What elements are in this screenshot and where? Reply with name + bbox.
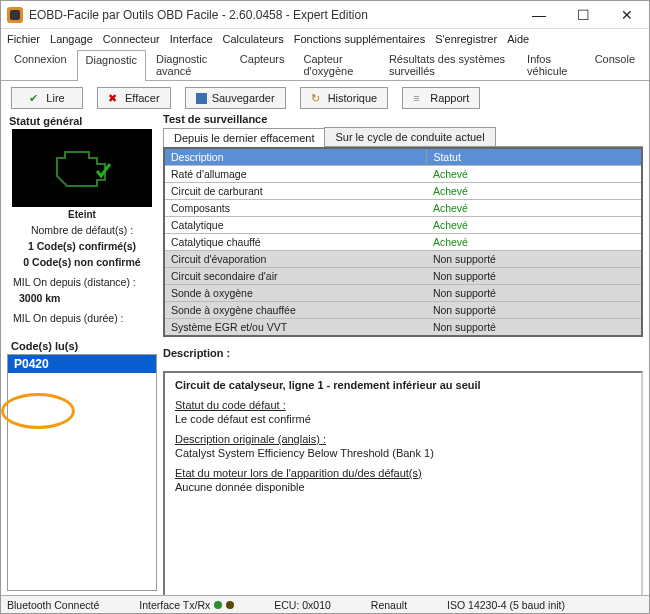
mil-distance-value: 3000 km <box>19 292 155 304</box>
engine-graphic <box>12 129 152 207</box>
title-bar: EOBD-Facile par Outils OBD Facile - 2.60… <box>1 1 649 29</box>
menu-interface[interactable]: Interface <box>170 33 213 45</box>
clear-button[interactable]: ✖Effacer <box>97 87 171 109</box>
tab-strip: ConnexionDiagnosticDiagnostic avancéCapt… <box>1 49 649 81</box>
menu-connecteur[interactable]: Connecteur <box>103 33 160 45</box>
table-row[interactable]: Circuit secondaire d'airNon supporté <box>164 268 642 285</box>
app-icon <box>7 7 23 23</box>
toolbar: ✔Lire ✖Effacer Sauvegarder ↻Historique ≡… <box>1 81 649 113</box>
col-status[interactable]: Statut <box>427 148 642 166</box>
subtab-1[interactable]: Sur le cycle de conduite actuel <box>324 127 495 146</box>
interface-status: Interface Tx/Rx <box>139 599 234 611</box>
menu-calculateurs[interactable]: Calculateurs <box>223 33 284 45</box>
table-row[interactable]: Raté d'allumageAchevé <box>164 166 642 183</box>
subtab-0[interactable]: Depuis le dernier effacement <box>163 128 325 147</box>
status-section-header: Statut du code défaut : <box>175 399 631 411</box>
minimize-button[interactable]: — <box>517 1 561 28</box>
tab-infos-v-hicule[interactable]: Infos véhicule <box>518 49 585 80</box>
description-label: Description : <box>163 347 643 359</box>
engine-state-section-header: Etat du moteur lors de l'apparition du/d… <box>175 467 631 479</box>
report-button[interactable]: ≡Rapport <box>402 87 480 109</box>
maximize-button[interactable]: ☐ <box>561 1 605 28</box>
x-icon: ✖ <box>108 92 120 104</box>
engine-state: Eteint <box>9 209 155 220</box>
codes-list[interactable]: P0420 <box>7 354 157 591</box>
surveillance-table: Description Statut Raté d'allumageAchevé… <box>163 147 643 337</box>
history-button[interactable]: ↻Historique <box>300 87 389 109</box>
menu-fonctions supplémentaires[interactable]: Fonctions supplémentaires <box>294 33 425 45</box>
report-icon: ≡ <box>413 92 425 104</box>
mil-time-label: MIL On depuis (durée) : <box>13 312 155 324</box>
description-box: Circuit de catalyseur, ligne 1 - rendeme… <box>163 371 643 601</box>
tab-capteurs[interactable]: Capteurs <box>231 49 294 80</box>
code-item[interactable]: P0420 <box>8 355 156 373</box>
menu-s'enregistrer[interactable]: S'enregistrer <box>435 33 497 45</box>
read-button[interactable]: ✔Lire <box>11 87 83 109</box>
tab-r-sultats-des-syst-mes-surveill-s[interactable]: Résultats des systèmes surveillés <box>380 49 517 80</box>
save-button[interactable]: Sauvegarder <box>185 87 286 109</box>
rx-indicator-icon <box>226 601 234 609</box>
tx-indicator-icon <box>214 601 222 609</box>
table-row[interactable]: CatalytiqueAchevé <box>164 217 642 234</box>
table-row[interactable]: Circuit d'évaporationNon supporté <box>164 251 642 268</box>
surveillance-header: Test de surveillance <box>163 113 643 125</box>
check-icon: ✔ <box>29 92 41 104</box>
table-row[interactable]: ComposantsAchevé <box>164 200 642 217</box>
menu-aide[interactable]: Aide <box>507 33 529 45</box>
ecu-address: ECU: 0x010 <box>274 599 331 611</box>
surveillance-subtabs: Depuis le dernier effacementSur le cycle… <box>163 127 643 147</box>
table-row[interactable]: Sonde à oxygèneNon supporté <box>164 285 642 302</box>
mil-distance-label: MIL On depuis (distance) : <box>13 276 155 288</box>
unconfirmed-codes: 0 Code(s) non confirmé <box>9 256 155 268</box>
left-panel: Statut général Eteint Nombre de défaut(s… <box>7 113 157 591</box>
col-description[interactable]: Description <box>164 148 427 166</box>
status-bar: Bluetooth Connecté Interface Tx/Rx ECU: … <box>1 595 649 613</box>
floppy-icon <box>196 93 207 104</box>
right-panel: Test de surveillance Depuis le dernier e… <box>163 113 643 591</box>
tab-capteur-d-oxyg-ne[interactable]: Capteur d'oxygène <box>294 49 378 80</box>
tab-diagnostic-avanc-[interactable]: Diagnostic avancé <box>147 49 230 80</box>
table-row[interactable]: Circuit de carburantAchevé <box>164 183 642 200</box>
table-row[interactable]: Catalytique chaufféAchevé <box>164 234 642 251</box>
original-section-header: Description originale (anglais) : <box>175 433 631 445</box>
vehicle-make: Renault <box>371 599 407 611</box>
table-row[interactable]: Sonde à oxygène chaufféeNon supporté <box>164 302 642 319</box>
status-text: Le code défaut est confirmé <box>175 413 631 425</box>
bluetooth-status: Bluetooth Connecté <box>7 599 99 611</box>
table-row[interactable]: Système EGR et/ou VVTNon supporté <box>164 319 642 337</box>
menu-bar: FichierLangageConnecteurInterfaceCalcula… <box>1 29 649 49</box>
original-text: Catalyst System Efficiency Below Thresho… <box>175 447 631 459</box>
engine-state-text: Aucune donnée disponible <box>175 481 631 493</box>
menu-langage[interactable]: Langage <box>50 33 93 45</box>
tab-console[interactable]: Console <box>586 49 644 80</box>
protocol: ISO 14230-4 (5 baud init) <box>447 599 565 611</box>
window-title: EOBD-Facile par Outils OBD Facile - 2.60… <box>29 8 517 22</box>
defaults-label: Nombre de défaut(s) : <box>9 224 155 236</box>
codes-read-header: Code(s) lu(s) <box>7 338 157 354</box>
history-icon: ↻ <box>311 92 323 104</box>
tab-connexion[interactable]: Connexion <box>5 49 76 80</box>
tab-diagnostic[interactable]: Diagnostic <box>77 50 146 81</box>
dtc-title: Circuit de catalyseur, ligne 1 - rendeme… <box>175 379 631 391</box>
menu-fichier[interactable]: Fichier <box>7 33 40 45</box>
close-button[interactable]: ✕ <box>605 1 649 28</box>
confirmed-codes: 1 Code(s) confirmé(s) <box>9 240 155 252</box>
general-status-header: Statut général <box>9 115 155 127</box>
